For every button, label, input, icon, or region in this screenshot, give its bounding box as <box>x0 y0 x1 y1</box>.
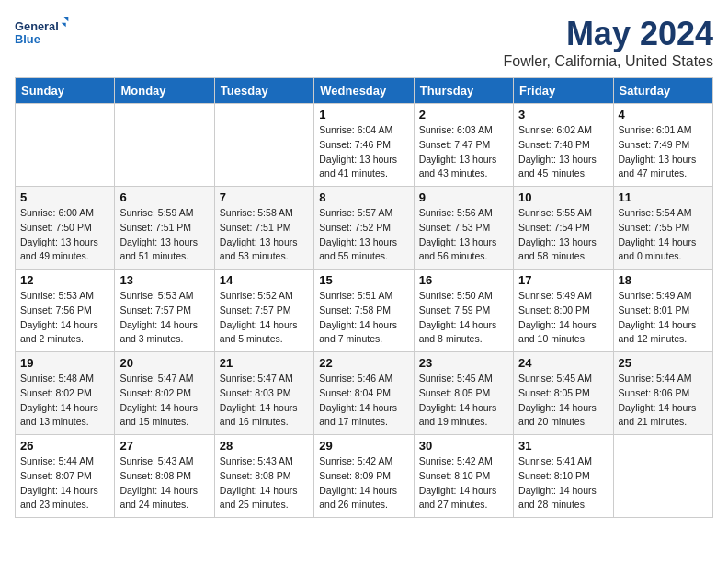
day-info: Sunrise: 5:42 AMSunset: 8:10 PMDaylight:… <box>419 454 508 512</box>
day-number: 5 <box>20 190 109 204</box>
calendar-cell: 13Sunrise: 5:53 AMSunset: 7:57 PMDayligh… <box>115 270 214 352</box>
calendar-cell: 21Sunrise: 5:47 AMSunset: 8:03 PMDayligh… <box>214 352 313 435</box>
day-info: Sunrise: 6:00 AMSunset: 7:50 PMDaylight:… <box>20 206 109 264</box>
header-friday: Friday <box>514 78 613 104</box>
day-info: Sunrise: 5:51 AMSunset: 7:58 PMDaylight:… <box>319 289 408 347</box>
day-info: Sunrise: 5:55 AMSunset: 7:54 PMDaylight:… <box>518 206 608 264</box>
day-info: Sunrise: 5:53 AMSunset: 7:56 PMDaylight:… <box>20 289 109 347</box>
day-number: 16 <box>419 273 508 287</box>
calendar-cell: 7Sunrise: 5:58 AMSunset: 7:51 PMDaylight… <box>214 187 313 270</box>
day-number: 22 <box>319 356 408 370</box>
day-number: 8 <box>319 190 408 204</box>
calendar-title: May 2024 <box>503 15 713 53</box>
day-number: 18 <box>619 273 708 287</box>
day-number: 9 <box>419 190 508 204</box>
logo: General Blue <box>15 15 70 52</box>
day-info: Sunrise: 6:02 AMSunset: 7:48 PMDaylight:… <box>518 123 608 181</box>
calendar-cell: 22Sunrise: 5:46 AMSunset: 8:04 PMDayligh… <box>314 352 414 435</box>
day-number: 27 <box>119 439 209 453</box>
header-thursday: Thursday <box>414 78 513 104</box>
header-row: Sunday Monday Tuesday Wednesday Thursday… <box>16 78 713 104</box>
day-number: 23 <box>419 356 508 370</box>
title-block: May 2024 Fowler, California, United Stat… <box>503 15 713 70</box>
calendar-cell: 30Sunrise: 5:42 AMSunset: 8:10 PMDayligh… <box>414 435 513 518</box>
day-info: Sunrise: 5:57 AMSunset: 7:52 PMDaylight:… <box>319 206 408 264</box>
calendar-cell: 24Sunrise: 5:45 AMSunset: 8:05 PMDayligh… <box>514 352 613 435</box>
header-saturday: Saturday <box>613 78 712 104</box>
header-sunday: Sunday <box>16 78 115 104</box>
day-number: 6 <box>119 190 209 204</box>
day-info: Sunrise: 5:54 AMSunset: 7:55 PMDaylight:… <box>619 206 708 264</box>
day-number: 28 <box>220 439 309 453</box>
day-info: Sunrise: 5:49 AMSunset: 8:00 PMDaylight:… <box>518 289 608 347</box>
calendar-cell <box>613 435 712 518</box>
day-info: Sunrise: 5:53 AMSunset: 7:57 PMDaylight:… <box>119 289 209 347</box>
day-number: 3 <box>518 108 608 121</box>
day-info: Sunrise: 5:47 AMSunset: 8:02 PMDaylight:… <box>119 372 209 430</box>
day-number: 24 <box>518 356 608 370</box>
calendar-table: Sunday Monday Tuesday Wednesday Thursday… <box>15 77 713 518</box>
calendar-cell: 16Sunrise: 5:50 AMSunset: 7:59 PMDayligh… <box>414 270 513 352</box>
calendar-cell: 29Sunrise: 5:42 AMSunset: 8:09 PMDayligh… <box>314 435 414 518</box>
calendar-cell: 12Sunrise: 5:53 AMSunset: 7:56 PMDayligh… <box>16 270 115 352</box>
day-number: 30 <box>419 439 508 453</box>
day-info: Sunrise: 5:52 AMSunset: 7:57 PMDaylight:… <box>220 289 309 347</box>
svg-text:Blue: Blue <box>15 32 40 46</box>
day-info: Sunrise: 5:59 AMSunset: 7:51 PMDaylight:… <box>119 206 209 264</box>
day-info: Sunrise: 5:43 AMSunset: 8:08 PMDaylight:… <box>119 454 209 512</box>
day-number: 4 <box>619 108 708 121</box>
day-number: 1 <box>319 108 408 121</box>
calendar-cell: 6Sunrise: 5:59 AMSunset: 7:51 PMDaylight… <box>115 187 214 270</box>
calendar-cell <box>16 104 115 187</box>
calendar-cell: 14Sunrise: 5:52 AMSunset: 7:57 PMDayligh… <box>214 270 313 352</box>
day-info: Sunrise: 5:47 AMSunset: 8:03 PMDaylight:… <box>220 372 309 430</box>
day-number: 29 <box>319 439 408 453</box>
page-header: General Blue May 2024 Fowler, California… <box>15 15 713 70</box>
svg-marker-2 <box>63 17 68 21</box>
calendar-cell: 9Sunrise: 5:56 AMSunset: 7:53 PMDaylight… <box>414 187 513 270</box>
day-info: Sunrise: 5:46 AMSunset: 8:04 PMDaylight:… <box>319 372 408 430</box>
day-number: 11 <box>619 190 708 204</box>
day-info: Sunrise: 5:43 AMSunset: 8:08 PMDaylight:… <box>220 454 309 512</box>
day-number: 10 <box>518 190 608 204</box>
calendar-cell: 23Sunrise: 5:45 AMSunset: 8:05 PMDayligh… <box>414 352 513 435</box>
day-info: Sunrise: 5:45 AMSunset: 8:05 PMDaylight:… <box>518 372 608 430</box>
day-number: 31 <box>518 439 608 453</box>
calendar-cell: 27Sunrise: 5:43 AMSunset: 8:08 PMDayligh… <box>115 435 214 518</box>
calendar-cell: 2Sunrise: 6:03 AMSunset: 7:47 PMDaylight… <box>414 104 513 187</box>
calendar-cell: 4Sunrise: 6:01 AMSunset: 7:49 PMDaylight… <box>613 104 712 187</box>
calendar-week-4: 19Sunrise: 5:48 AMSunset: 8:02 PMDayligh… <box>16 352 713 435</box>
calendar-cell: 10Sunrise: 5:55 AMSunset: 7:54 PMDayligh… <box>514 187 613 270</box>
calendar-week-2: 5Sunrise: 6:00 AMSunset: 7:50 PMDaylight… <box>16 187 713 270</box>
day-number: 2 <box>419 108 508 121</box>
calendar-cell: 8Sunrise: 5:57 AMSunset: 7:52 PMDaylight… <box>314 187 414 270</box>
day-number: 14 <box>220 273 309 287</box>
calendar-cell: 31Sunrise: 5:41 AMSunset: 8:10 PMDayligh… <box>514 435 613 518</box>
calendar-cell: 19Sunrise: 5:48 AMSunset: 8:02 PMDayligh… <box>16 352 115 435</box>
calendar-cell: 28Sunrise: 5:43 AMSunset: 8:08 PMDayligh… <box>214 435 313 518</box>
day-info: Sunrise: 6:03 AMSunset: 7:47 PMDaylight:… <box>419 123 508 181</box>
calendar-cell <box>214 104 313 187</box>
day-number: 17 <box>518 273 608 287</box>
day-number: 19 <box>20 356 109 370</box>
day-info: Sunrise: 6:01 AMSunset: 7:49 PMDaylight:… <box>619 123 708 181</box>
calendar-week-5: 26Sunrise: 5:44 AMSunset: 8:07 PMDayligh… <box>16 435 713 518</box>
day-info: Sunrise: 5:49 AMSunset: 8:01 PMDaylight:… <box>619 289 708 347</box>
day-info: Sunrise: 5:44 AMSunset: 8:06 PMDaylight:… <box>619 372 708 430</box>
svg-marker-3 <box>62 23 66 27</box>
day-info: Sunrise: 5:45 AMSunset: 8:05 PMDaylight:… <box>419 372 508 430</box>
day-number: 13 <box>119 273 209 287</box>
calendar-cell <box>115 104 214 187</box>
day-info: Sunrise: 5:41 AMSunset: 8:10 PMDaylight:… <box>518 454 608 512</box>
header-tuesday: Tuesday <box>214 78 313 104</box>
logo-svg: General Blue <box>15 15 70 52</box>
calendar-cell: 25Sunrise: 5:44 AMSunset: 8:06 PMDayligh… <box>613 352 712 435</box>
calendar-cell: 5Sunrise: 6:00 AMSunset: 7:50 PMDaylight… <box>16 187 115 270</box>
calendar-week-3: 12Sunrise: 5:53 AMSunset: 7:56 PMDayligh… <box>16 270 713 352</box>
day-info: Sunrise: 5:58 AMSunset: 7:51 PMDaylight:… <box>220 206 309 264</box>
calendar-cell: 15Sunrise: 5:51 AMSunset: 7:58 PMDayligh… <box>314 270 414 352</box>
day-number: 12 <box>20 273 109 287</box>
calendar-cell: 18Sunrise: 5:49 AMSunset: 8:01 PMDayligh… <box>613 270 712 352</box>
day-number: 26 <box>20 439 109 453</box>
day-number: 20 <box>119 356 209 370</box>
